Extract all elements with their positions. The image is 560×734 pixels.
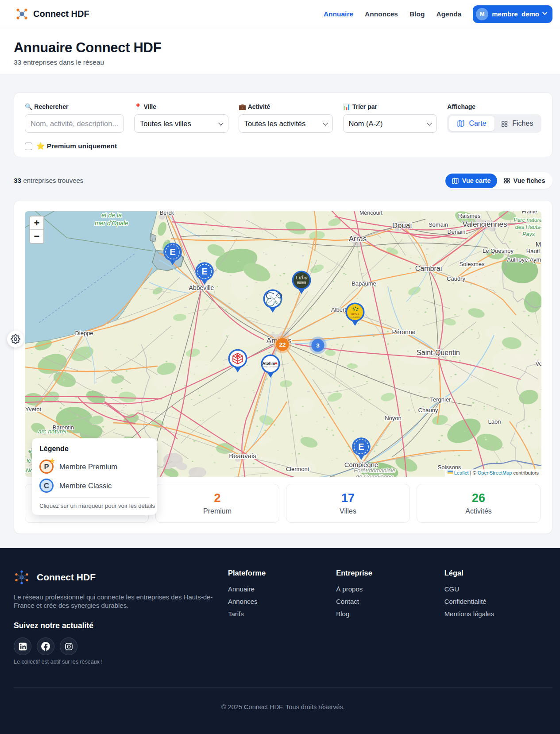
svg-text:E: E [170, 247, 175, 257]
svg-text:Méricourt: Méricourt [359, 211, 383, 216]
svg-text:HENA: HENA [351, 313, 359, 316]
svg-text:Saint-Quentin: Saint-Quentin [417, 349, 460, 356]
svg-text:Solesmes: Solesmes [459, 261, 485, 267]
svg-text:Chauny: Chauny [418, 407, 438, 413]
svg-text:Le Quesnoy: Le Quesnoy [483, 247, 514, 254]
svg-text:Forêt domaniale: Forêt domaniale [354, 467, 395, 474]
svg-text:Somain: Somain [429, 221, 448, 228]
svg-text:Raismes: Raismes [458, 212, 481, 219]
svg-text:Douai: Douai [392, 221, 412, 230]
svg-text:Caudry: Caudry [447, 275, 465, 282]
svg-text:3: 3 [316, 342, 320, 349]
svg-text:22: 22 [279, 341, 286, 348]
svg-text:Cambrai: Cambrai [415, 265, 442, 272]
svg-text:Laon: Laon [488, 418, 501, 425]
svg-text:Frame: Frame [522, 211, 537, 215]
svg-text:Noyon: Noyon [385, 415, 402, 421]
svg-text:des Hauts-: des Hauts- [515, 224, 541, 230]
svg-text:Arras: Arras [349, 235, 367, 243]
svg-text:mer d'Opale: mer d'Opale [95, 220, 128, 227]
svg-text:E: E [358, 442, 364, 452]
svg-text:Beauvais: Beauvais [229, 452, 256, 460]
svg-text:Bapaume: Bapaume [351, 280, 376, 287]
svg-text:Vervi: Vervi [536, 360, 541, 367]
svg-text:Berck: Berck [160, 211, 174, 216]
svg-text:Yvetot: Yvetot [25, 406, 42, 413]
svg-text:Hauti: Hauti [526, 248, 540, 255]
svg-text:Albert: Albert [331, 306, 346, 313]
svg-text:Péronne: Péronne [392, 328, 416, 336]
svg-text:arc naturel: arc naturel [38, 428, 67, 435]
svg-text:Tergnier: Tergnier [430, 396, 452, 403]
svg-text:M: M [536, 240, 541, 248]
svg-text:E: E [201, 267, 207, 276]
svg-text:Abbeville: Abbeville [189, 284, 214, 291]
svg-text:LILLE-AMIENS: LILLE-AMIENS [350, 317, 360, 318]
svg-text:Litha: Litha [295, 274, 308, 281]
svg-text:Atohm: Atohm [263, 361, 275, 366]
svg-text:Valenciennes: Valenciennes [463, 220, 507, 228]
svg-text:et de la: et de la [101, 212, 122, 219]
svg-text:ESPRESSO: ESPRESSO [296, 282, 307, 284]
svg-text:Aulnoye-Aymeri: Aulnoye-Aymeri [507, 256, 541, 263]
svg-text:Clermont: Clermont [286, 466, 309, 472]
svg-text:Denain: Denain [447, 228, 465, 235]
svg-text:Pays: Pays [522, 231, 535, 237]
svg-text:de Compiègne: de Compiègne [356, 473, 394, 477]
svg-text:Parc naturel: Parc naturel [514, 217, 541, 223]
svg-text:Dieppe: Dieppe [75, 330, 93, 336]
svg-text:BUREAU D ETUDES ET: BUREAU D ETUDES ET [262, 366, 280, 368]
